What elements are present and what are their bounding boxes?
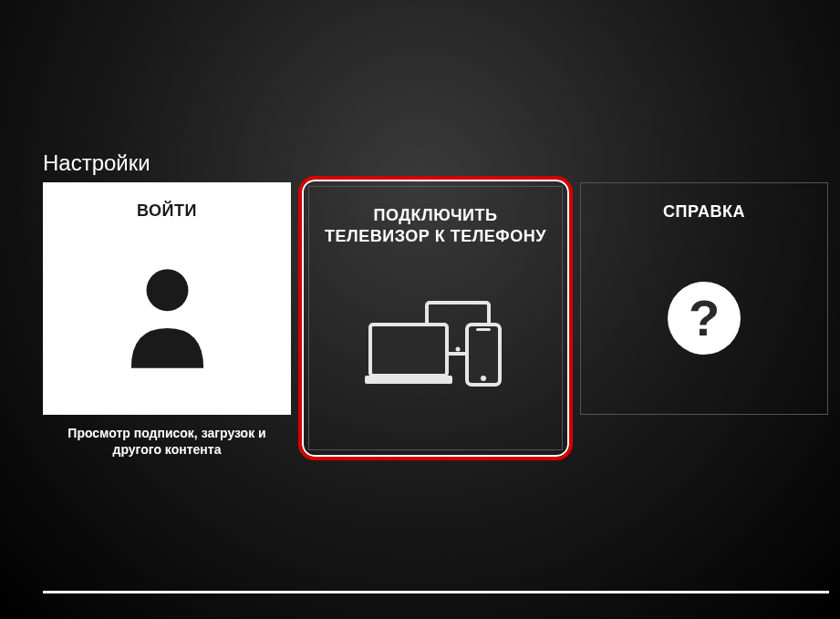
connect-tv-card[interactable]: ПОДКЛЮЧИТЬ ТЕЛЕВИЗОР К ТЕЛЕФОНУ	[308, 186, 563, 450]
login-card[interactable]: ВОЙТИ	[43, 182, 291, 415]
help-card-icon-area: ?	[581, 222, 827, 415]
devices-icon	[365, 301, 506, 396]
selected-highlight: ПОДКЛЮЧИТЬ ТЕЛЕВИЗОР К ТЕЛЕФОНУ	[298, 176, 573, 460]
page-title: Настройки	[43, 150, 150, 176]
svg-point-0	[146, 269, 188, 311]
login-card-icon-area	[43, 222, 291, 416]
login-card-subtitle: Просмотр подписок, загрузок и другого ко…	[43, 425, 291, 458]
question-icon: ?	[668, 282, 741, 355]
connect-card-title: ПОДКЛЮЧИТЬ ТЕЛЕВИЗОР К ТЕЛЕФОНУ	[309, 205, 562, 246]
connect-card-icon-area	[309, 246, 562, 449]
svg-point-2	[456, 346, 461, 351]
svg-rect-3	[370, 325, 447, 376]
help-card-title: СПРАВКА	[652, 201, 756, 222]
login-card-title: ВОЙТИ	[126, 201, 208, 222]
question-glyph: ?	[689, 293, 720, 344]
help-card[interactable]: СПРАВКА ?	[580, 182, 828, 415]
person-icon	[119, 262, 215, 375]
settings-cards-row: ВОЙТИ Просмотр подписок, загрузок и друг…	[43, 182, 828, 454]
svg-rect-4	[365, 376, 452, 384]
bottom-divider	[43, 591, 829, 593]
svg-point-6	[481, 376, 486, 381]
svg-rect-7	[476, 328, 491, 331]
